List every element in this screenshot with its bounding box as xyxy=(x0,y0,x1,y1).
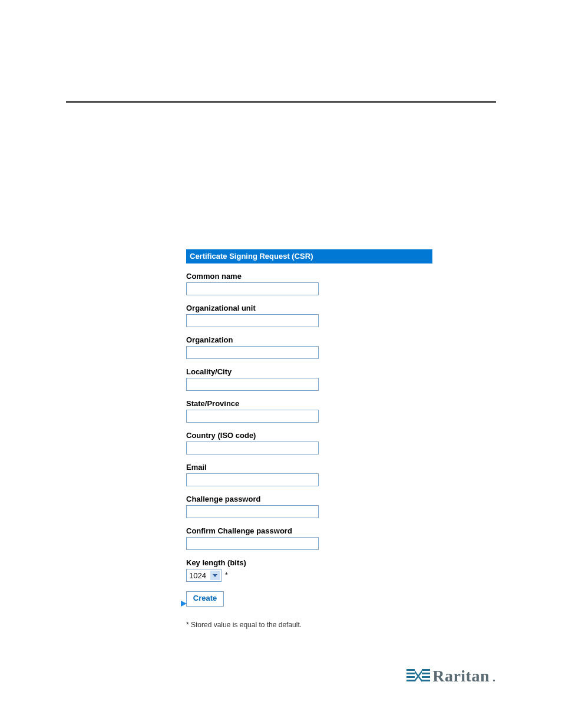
label-email: Email xyxy=(186,463,434,472)
input-email[interactable] xyxy=(186,473,319,486)
label-organization: Organization xyxy=(186,335,434,344)
input-confirm-password[interactable] xyxy=(186,537,319,550)
svg-rect-3 xyxy=(406,673,415,674)
label-confirm-password: Confirm Challenge password xyxy=(186,526,434,535)
svg-rect-5 xyxy=(406,680,415,681)
input-common-name[interactable] xyxy=(186,282,319,295)
input-locality[interactable] xyxy=(186,378,319,391)
svg-rect-2 xyxy=(406,669,415,671)
csr-form-header: Certificate Signing Request (CSR) xyxy=(186,249,432,263)
brand-dot: . xyxy=(492,667,496,686)
arrow-right-icon xyxy=(180,599,188,608)
input-org-unit[interactable] xyxy=(186,314,319,327)
field-state: State/Province xyxy=(186,399,434,423)
page: Certificate Signing Request (CSR) Common… xyxy=(0,0,562,728)
select-key-length-value: 1024 xyxy=(189,571,206,580)
horizontal-rule xyxy=(66,101,496,103)
field-key-length: Key length (bits) 1024 * xyxy=(186,558,434,582)
svg-marker-1 xyxy=(181,601,187,607)
default-note: * Stored value is equal to the default. xyxy=(186,621,434,629)
field-common-name: Common name xyxy=(186,272,434,295)
label-common-name: Common name xyxy=(186,272,434,281)
label-state: State/Province xyxy=(186,399,434,408)
field-email: Email xyxy=(186,463,434,486)
field-org-unit: Organizational unit xyxy=(186,304,434,327)
label-locality: Locality/City xyxy=(186,367,434,376)
input-state[interactable] xyxy=(186,410,319,423)
label-key-length: Key length (bits) xyxy=(186,558,434,567)
svg-marker-0 xyxy=(213,574,217,577)
create-button[interactable]: Create xyxy=(186,591,224,607)
key-length-asterisk: * xyxy=(225,571,228,579)
label-org-unit: Organizational unit xyxy=(186,304,434,312)
key-length-row: 1024 * xyxy=(186,569,434,582)
input-country[interactable] xyxy=(186,442,319,454)
field-confirm-password: Confirm Challenge password xyxy=(186,526,434,550)
field-locality: Locality/City xyxy=(186,367,434,391)
field-organization: Organization xyxy=(186,335,434,359)
brand-name: Raritan xyxy=(432,667,490,686)
field-challenge-password: Challenge password xyxy=(186,495,434,518)
svg-rect-6 xyxy=(422,669,430,671)
brand-logo: Raritan. xyxy=(406,667,496,686)
svg-rect-4 xyxy=(406,676,415,678)
chevron-down-icon xyxy=(210,571,220,580)
svg-rect-9 xyxy=(422,680,430,681)
csr-form-block: Certificate Signing Request (CSR) Common… xyxy=(186,249,434,629)
input-organization[interactable] xyxy=(186,346,319,359)
select-key-length[interactable]: 1024 xyxy=(186,569,222,582)
label-challenge-password: Challenge password xyxy=(186,495,434,503)
input-challenge-password[interactable] xyxy=(186,505,319,518)
label-country: Country (ISO code) xyxy=(186,431,434,440)
field-country: Country (ISO code) xyxy=(186,431,434,454)
brand-mark-icon xyxy=(406,667,430,686)
svg-rect-8 xyxy=(422,676,430,678)
svg-rect-7 xyxy=(422,673,430,674)
